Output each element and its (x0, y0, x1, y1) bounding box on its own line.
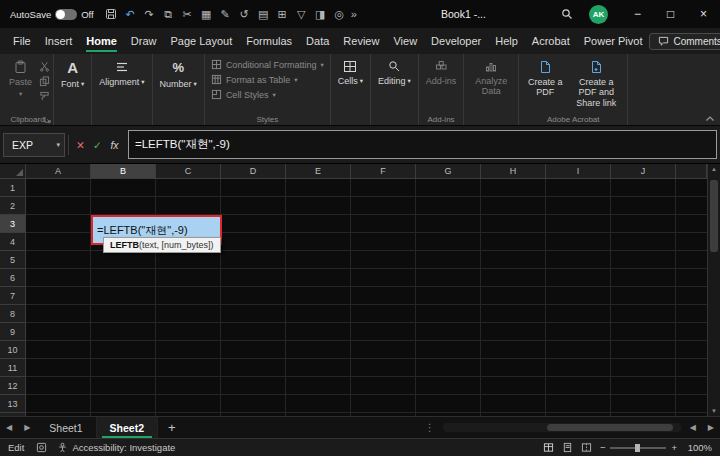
column-header-h[interactable]: H (481, 164, 546, 178)
menu-tab-help[interactable]: Help (488, 28, 525, 54)
sheet-next-icon[interactable]: ▶ (18, 423, 36, 432)
menu-tab-developer[interactable]: Developer (424, 28, 488, 54)
row-header-11[interactable]: 11 (0, 359, 25, 377)
sheet-tab-sheet1[interactable]: Sheet1 (36, 417, 96, 438)
zoom-slider[interactable] (610, 447, 666, 449)
scroll-down-icon[interactable]: ▼ (708, 408, 720, 414)
cut-icon[interactable] (39, 61, 50, 72)
menu-tab-home[interactable]: Home (79, 28, 124, 54)
close-button[interactable]: × (687, 0, 720, 28)
normal-view-icon[interactable] (543, 442, 554, 453)
row-header-6[interactable]: 6 (0, 269, 25, 287)
column-header-j[interactable]: J (611, 164, 676, 178)
maximize-button[interactable]: □ (654, 0, 687, 28)
menu-tab-data[interactable]: Data (299, 28, 336, 54)
undo-icon[interactable]: ↶ (121, 2, 140, 26)
row-header-3[interactable]: 3 (0, 215, 25, 233)
menu-tab-insert[interactable]: Insert (38, 28, 80, 54)
cell-styles-button[interactable]: Cell Styles ▾ (208, 87, 279, 102)
cut-icon[interactable]: ✂ (178, 2, 197, 26)
sheet-tab-sheet2[interactable]: Sheet2 (97, 417, 158, 438)
number-button[interactable]: % Number▾ (156, 57, 201, 89)
row-header-4[interactable]: 4 (0, 233, 25, 251)
page-break-view-icon[interactable] (581, 442, 592, 453)
column-header-i[interactable]: I (546, 164, 611, 178)
name-box[interactable]: EXP ▾ (3, 133, 65, 157)
copy-icon[interactable]: ⧉ (159, 2, 178, 26)
comments-button[interactable]: Comments (649, 33, 720, 50)
autosave-switch[interactable] (55, 9, 77, 20)
vertical-scrollbar[interactable]: ▲ ▼ (707, 164, 720, 416)
format-painter-icon[interactable] (39, 91, 50, 102)
zoom-out-icon[interactable]: − (600, 442, 606, 453)
row-header-1[interactable]: 1 (0, 179, 25, 197)
row-header-12[interactable]: 12 (0, 377, 25, 395)
enter-icon[interactable]: ✓ (89, 139, 106, 151)
menu-tab-file[interactable]: File (6, 28, 38, 54)
add-sheet-button[interactable]: + (168, 420, 176, 435)
create-pdf-share-button[interactable]: Create a PDF and Share link (568, 57, 624, 108)
scroll-up-icon[interactable]: ▲ (708, 166, 720, 172)
scroll-left-icon[interactable]: ◀ (684, 423, 702, 432)
camera-icon[interactable]: ◎ (330, 2, 349, 26)
draw-table-icon[interactable]: ◨ (311, 2, 330, 26)
column-header-f[interactable]: F (351, 164, 416, 178)
format-painter-icon[interactable]: ✎ (216, 2, 235, 26)
addins-button[interactable]: Add-ins (422, 57, 461, 86)
cells-button[interactable]: Cells▾ (334, 57, 367, 86)
dialog-launcher-icon[interactable] (44, 116, 51, 123)
row-header-7[interactable]: 7 (0, 287, 25, 305)
row-header-10[interactable]: 10 (0, 341, 25, 359)
font-button[interactable]: A Font▾ (57, 57, 88, 89)
menu-tab-draw[interactable]: Draw (124, 28, 164, 54)
document-icon[interactable]: ▤ (254, 2, 273, 26)
analyze-data-button[interactable]: Analyze Data (467, 57, 515, 97)
filter-icon[interactable]: ▽ (292, 2, 311, 26)
column-header-g[interactable]: G (416, 164, 481, 178)
undo-history-icon[interactable]: ↺ (235, 2, 254, 26)
page-layout-view-icon[interactable] (562, 442, 573, 453)
conditional-formatting-button[interactable]: Conditional Formatting ▾ (208, 57, 327, 72)
menu-tab-page-layout[interactable]: Page Layout (163, 28, 239, 54)
create-pdf-button[interactable]: Create a PDF (522, 57, 568, 98)
accessibility-status[interactable]: Accessibility: Investigate (57, 442, 175, 453)
copy-icon[interactable] (39, 76, 50, 87)
menu-tab-review[interactable]: Review (336, 28, 386, 54)
formula-input[interactable]: =LEFTB("재현",-9) (128, 130, 717, 159)
cancel-icon[interactable]: ✕ (72, 139, 89, 151)
row-header-13[interactable]: 13 (0, 395, 25, 413)
row-header-5[interactable]: 5 (0, 251, 25, 269)
zoom-slider-thumb[interactable] (635, 444, 640, 452)
format-as-table-button[interactable]: Format as Table ▾ (208, 72, 301, 87)
avatar[interactable]: AK (589, 5, 608, 24)
column-header-a[interactable]: A (26, 164, 91, 178)
alignment-button[interactable]: Alignment▾ (95, 57, 148, 87)
row-header-2[interactable]: 2 (0, 197, 25, 215)
horizontal-scroll-thumb[interactable] (547, 424, 673, 431)
scroll-right-icon[interactable]: ▶ (702, 423, 720, 432)
menu-tab-view[interactable]: View (386, 28, 424, 54)
column-header-c[interactable]: C (156, 164, 221, 178)
search-icon[interactable] (554, 8, 580, 20)
column-header-d[interactable]: D (221, 164, 286, 178)
collapse-ribbon-icon[interactable] (705, 115, 715, 122)
paste-button[interactable]: Paste ▾ (5, 57, 36, 98)
menu-tab-acrobat[interactable]: Acrobat (525, 28, 577, 54)
zoom-in-icon[interactable]: + (671, 442, 677, 453)
minimize-button[interactable]: − (621, 0, 654, 28)
sheet-prev-icon[interactable]: ◀ (0, 423, 18, 432)
menu-tab-formulas[interactable]: Formulas (239, 28, 299, 54)
column-header-e[interactable]: E (286, 164, 351, 178)
menu-tab-power-pivot[interactable]: Power Pivot (577, 28, 650, 54)
column-header-b[interactable]: B (91, 164, 156, 178)
save-icon[interactable] (102, 2, 121, 26)
table-icon[interactable]: ⊞ (273, 2, 292, 26)
row-header-8[interactable]: 8 (0, 305, 25, 323)
chart-icon[interactable]: ▦ (197, 2, 216, 26)
select-all-corner[interactable] (0, 164, 26, 179)
autosave-toggle[interactable]: AutoSave Off (10, 9, 94, 20)
insert-function-button[interactable]: fx (106, 139, 123, 151)
zoom-level[interactable]: 100% (682, 442, 712, 453)
macro-record-icon[interactable] (36, 442, 47, 453)
editing-button[interactable]: Editing▾ (374, 57, 415, 86)
